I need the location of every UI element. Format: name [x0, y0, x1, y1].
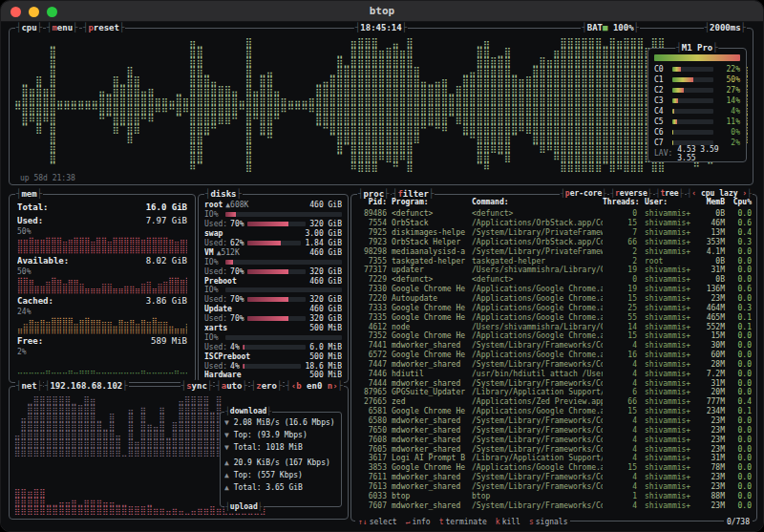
process-row[interactable]: 7333 Google Chrome He /Applications/Goog… — [356, 303, 752, 312]
process-cpu: 0.1 — [725, 323, 752, 331]
maximize-button[interactable] — [47, 7, 57, 17]
mem-category: Used: 7.97 GiB 50% ⣶⣶⣿⣶⣶⣿⣿⣿⣤⣶⣿⣿⣿⣤⣿⣿⣤⣿⣿⣿⣿… — [17, 216, 187, 254]
process-row[interactable]: 7447 mdworker_shared /System/Library/Fra… — [356, 360, 752, 370]
process-pid: 7220 — [356, 294, 387, 303]
header-cpu[interactable]: Cpu% — [725, 198, 752, 207]
process-row[interactable]: 7446 hdiutil /usr/bin/hdiutil attach /Us… — [356, 369, 752, 378]
process-row[interactable]: 7613 mdworker_shared /System/Library/Fra… — [356, 481, 752, 491]
header-pid[interactable]: Pid: — [356, 198, 387, 207]
process-program: Google Chrome He — [387, 313, 467, 322]
process-mem: 136M — [692, 285, 725, 293]
process-row[interactable]: 7607 mdworker_shared /System/Library/Fra… — [356, 500, 752, 510]
process-user: shivammis+ — [637, 436, 692, 444]
process-row[interactable]: 7605 mdworker_shared /System/Library/Fra… — [356, 444, 752, 454]
process-user: shivammis+ — [637, 445, 692, 454]
header-command[interactable]: Command: — [467, 198, 603, 207]
process-user: shivammis+ — [637, 238, 692, 246]
process-row[interactable]: 6581 Google Chrome He /Applications/Goog… — [356, 407, 752, 416]
process-row[interactable]: 7611 mdworker_shared /System/Library/Fra… — [356, 473, 752, 482]
process-mem: 464M — [692, 304, 725, 312]
close-button[interactable] — [11, 7, 21, 17]
cpu-model-panel: M1 Pro C0 22% C1 50% C2 — [647, 48, 747, 162]
process-command: /System/Library/Frameworks/CoreServi — [467, 501, 603, 510]
net-sync-toggle[interactable]: sync — [180, 380, 214, 392]
header-mem[interactable]: MemB — [692, 198, 725, 207]
statusbar-item[interactable]: ↵info — [406, 518, 431, 526]
process-user: shivammis+ — [637, 501, 692, 510]
process-row[interactable]: 7441 mdworker_shared /System/Library/Fra… — [356, 341, 752, 351]
minimize-button[interactable] — [29, 7, 39, 17]
disk-used-percent: 70% — [230, 295, 244, 304]
process-row[interactable]: 7925 diskimages-helpe /System/Library/Pr… — [356, 228, 752, 238]
process-row[interactable]: 7352 Google Chrome He /Applications/Goog… — [356, 331, 752, 341]
process-command: /Applications/OrbStack.app/Contents/ — [467, 219, 603, 227]
process-row[interactable]: 98298 mediaanalysisd-a /System/Library/P… — [356, 246, 752, 256]
disk-used-percent: 62% — [230, 239, 244, 247]
net-zero-toggle[interactable]: zero — [250, 380, 284, 392]
net-box-title[interactable]: net — [15, 380, 43, 392]
process-row[interactable]: 7355 taskgated-helper taskgated-helper 2… — [356, 256, 752, 266]
process-row[interactable]: 3853 Google Chrome He /Applications/Goog… — [356, 463, 752, 473]
process-pid: 7446 — [356, 370, 387, 378]
statusbar-item[interactable]: ↑↓select — [358, 518, 397, 526]
header-threads[interactable]: Threads: — [603, 198, 637, 207]
header-user[interactable]: User: — [637, 198, 692, 207]
process-cpu: 0.0 — [725, 257, 752, 266]
disk-used-meter — [247, 241, 302, 245]
process-user: shivammis+ — [637, 360, 692, 369]
statusbar-item[interactable]: kkill — [496, 518, 520, 526]
process-user: shivammis+ — [637, 313, 692, 322]
net-auto-toggle[interactable]: auto — [215, 380, 248, 392]
process-row[interactable]: 87965 GPGSuite_Updater /Library/Applicat… — [356, 388, 752, 397]
process-row[interactable]: 7554 OrbStack /Applications/OrbStack.app… — [356, 219, 752, 228]
core-meter — [672, 130, 713, 135]
net-interface-switcher[interactable]: ‹b en0 n› — [285, 380, 344, 392]
process-row[interactable]: 6572 Google Chrome He /Applications/Goog… — [356, 351, 752, 360]
process-row[interactable]: 3617 Logi AI Prompt B /Library/Applicati… — [356, 454, 752, 463]
disk-total-size: 3.00 GiB — [305, 229, 342, 238]
battery-indicator: BAT■ 100% — [581, 22, 640, 33]
download-stats: ▼ 2.08 MiB/s (16.6 Mbps)▼ Top: (93.9 Mbp… — [224, 418, 337, 456]
process-row[interactable]: 7330 Google Chrome He /Applications/Goog… — [356, 285, 752, 294]
process-row[interactable]: 6033 btop btop 1 shivammis+ 88M 0.0 — [356, 491, 752, 500]
process-row[interactable]: 7220 Autoupdate /Applications/Google Chr… — [356, 294, 752, 304]
process-mem: 465M — [692, 313, 725, 322]
process-row[interactable]: 6580 mdworker_shared /System/Library/Fra… — [356, 416, 752, 426]
process-row[interactable]: 89486 <defunct> <defunct> 0 shivammis+ 0… — [356, 209, 752, 219]
process-pid: 7611 — [356, 473, 387, 481]
cpu-box-title[interactable]: cpu — [15, 22, 43, 33]
disk-total-size: 460 GiB — [309, 248, 342, 257]
process-threads: 1 — [603, 492, 637, 500]
process-program: mdworker_shared — [387, 341, 467, 350]
disks-box-title[interactable]: disks — [204, 188, 243, 200]
statusbar-item[interactable]: tterminate — [439, 518, 487, 526]
statusbar-item[interactable]: ssignals — [529, 518, 568, 526]
process-user: shivammis+ — [637, 370, 692, 378]
process-mem: 23M — [692, 294, 725, 303]
process-row[interactable]: 7650 mdworker_shared /System/Library/Fra… — [356, 425, 752, 435]
refresh-interval[interactable]: 2000ms — [704, 22, 747, 33]
process-row[interactable]: 7923 OrbStack Helper /Applications/OrbSt… — [356, 238, 752, 247]
process-user: shivammis+ — [637, 397, 692, 406]
process-row[interactable]: 7335 Google Chrome He /Applications/Goog… — [356, 312, 752, 322]
upload-stats: ▲ 20.9 KiB/s (167 Kbps)▲ Top: (557 Kbps)… — [224, 458, 337, 496]
process-row[interactable]: 4612 node /Users/shivammishra/Library/Ca… — [356, 322, 752, 331]
disk-used-value: 6.0 MiB — [309, 343, 342, 351]
process-mem: 777M — [692, 397, 725, 406]
preset-button[interactable]: preset — [82, 22, 125, 33]
process-row[interactable]: 7229 <defunct> <defunct> 0 shivammis+ 0B… — [356, 275, 752, 285]
process-row[interactable]: 77317 updater /Users/shivammishra/Librar… — [356, 266, 752, 275]
menu-button[interactable]: menu — [46, 22, 79, 33]
mem-box-title[interactable]: mem — [15, 188, 43, 200]
disk-io-activity: ▲512K — [217, 248, 240, 257]
process-threads: 4 — [603, 454, 637, 462]
process-row[interactable]: 7444 mdworker_shared /System/Library/Fra… — [356, 378, 752, 388]
disk-used-percent: 70% — [230, 314, 244, 323]
process-row[interactable]: 7608 mdworker_shared /System/Library/Fra… — [356, 435, 752, 444]
process-row[interactable]: 27665 zed /Applications/Zed Preview.app/… — [356, 397, 752, 407]
process-threads: 0 — [603, 275, 637, 284]
mem-category-percent: 2% — [17, 348, 187, 357]
mem-category: Available: 8.02 GiB 50% ⣿⣿⣶⠀⠀⣤⣿⣶⣀⣶⣶⣀⠀⠀⠀⣀… — [17, 256, 187, 294]
disk-name: xarts — [204, 324, 227, 332]
header-program[interactable]: Program: — [387, 198, 467, 207]
